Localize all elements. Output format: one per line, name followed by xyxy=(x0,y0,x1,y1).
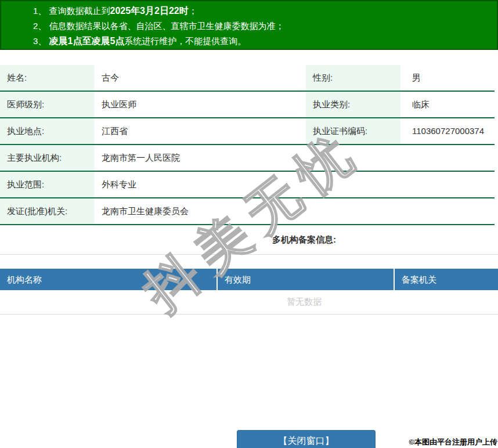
column-institution-name: 机构名称 xyxy=(0,269,218,290)
multi-institution-section-title: 多机构备案信息: xyxy=(0,225,498,255)
info-row-main-institution: 主要执业机构: 龙南市第一人民医院 xyxy=(0,145,495,172)
close-window-button[interactable]: 【关闭窗口】 xyxy=(237,430,376,448)
certificate-number-label: 执业证书编码: xyxy=(306,118,400,144)
notice-line-3: 3、 凌晨1点至凌晨5点系统进行维护，不能提供查询。 xyxy=(33,34,491,49)
practice-location-value: 江西省 xyxy=(95,118,306,144)
name-value: 古今 xyxy=(95,65,306,91)
column-filing-authority: 备案机关 xyxy=(395,269,498,290)
notice-line-2: 2、 信息数据结果以各省、自治区、直辖市卫生健康委数据为准； xyxy=(33,19,491,34)
practice-category-label: 执业类别: xyxy=(306,92,400,117)
issuing-authority-value: 龙南市卫生健康委员会 xyxy=(95,198,495,224)
doctor-level-label: 医师级别: xyxy=(0,92,95,117)
gender-label: 性别: xyxy=(306,65,400,91)
info-row-level-category: 医师级别: 执业医师 执业类别: 临床 xyxy=(0,92,495,118)
column-validity-period: 有效期 xyxy=(218,269,395,290)
practice-location-label: 执业地点: xyxy=(0,118,95,144)
main-institution-label: 主要执业机构: xyxy=(0,145,95,171)
filing-table-header: 机构名称 有效期 备案机关 xyxy=(0,269,498,290)
info-row-practice-scope: 执业范围: 外科专业 xyxy=(0,172,495,198)
info-row-issuing-authority: 发证(批准)机关: 龙南市卫生健康委员会 xyxy=(0,198,495,225)
practice-scope-value: 外科专业 xyxy=(95,172,495,197)
notice-line-1: 1、 查询数据截止到2025年3月2日22时； xyxy=(33,3,491,19)
doctor-level-value: 执业医师 xyxy=(95,92,306,117)
practice-category-value: 临床 xyxy=(400,92,495,117)
main-institution-value: 龙南市第一人民医院 xyxy=(95,145,495,171)
name-label: 姓名: xyxy=(0,65,95,91)
practice-scope-label: 执业范围: xyxy=(0,172,95,197)
gender-value: 男 xyxy=(400,65,495,91)
info-row-name-gender: 姓名: 古今 性别: 男 xyxy=(0,65,495,92)
no-data-placeholder: 暂无数据 xyxy=(0,290,498,315)
practitioner-info-table: 姓名: 古今 性别: 男 医师级别: 执业医师 执业类别: 临床 执业地点: 江… xyxy=(0,65,495,225)
issuing-authority-label: 发证(批准)机关: xyxy=(0,198,95,224)
info-row-location-certno: 执业地点: 江西省 执业证书编码: 110360727000374 xyxy=(0,118,495,145)
copyright-stamp: ©本图由平台注册用户上传 xyxy=(409,437,497,447)
certificate-number-value: 110360727000374 xyxy=(400,118,495,144)
notice-banner: 1、 查询数据截止到2025年3月2日22时； 2、 信息数据结果以各省、自治区… xyxy=(0,0,498,50)
license-query-result-page: { "notice": { "items": [ { "prefix": "1、… xyxy=(0,0,498,448)
